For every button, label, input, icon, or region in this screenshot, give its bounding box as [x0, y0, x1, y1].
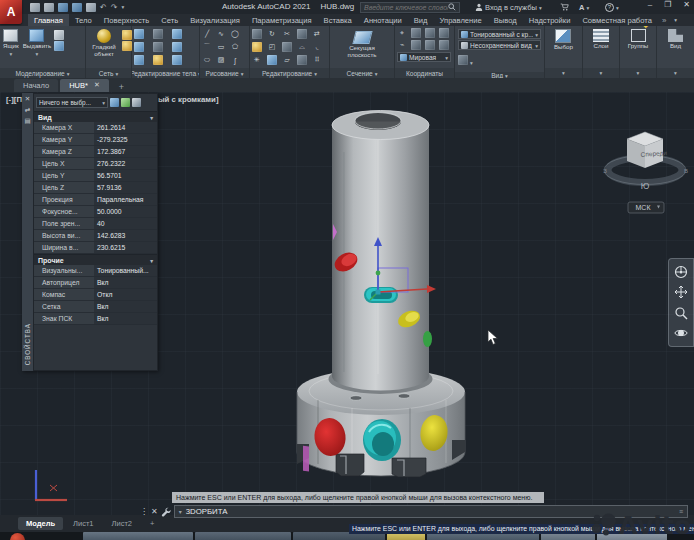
mirror-icon[interactable]: ⇄ [312, 29, 322, 39]
ribbon-collapse-icon[interactable] [670, 14, 681, 26]
interfere-icon[interactable] [172, 42, 182, 52]
taper-faces-icon[interactable] [153, 55, 163, 65]
panel-label-modify[interactable]: Редактирование [250, 68, 329, 78]
tab-collaborate[interactable]: Совместная работа [576, 14, 657, 26]
new-file-icon[interactable] [30, 3, 40, 12]
prop-row[interactable]: Знак ПСКВкл [34, 313, 157, 325]
app-store-cart-button[interactable] [560, 3, 569, 11]
smooth-less-icon[interactable] [122, 41, 132, 51]
viewport-config-icon[interactable] [458, 55, 468, 65]
copy-icon[interactable] [297, 29, 307, 39]
tab-annotate[interactable]: Аннотации [358, 14, 408, 26]
union-icon[interactable] [134, 29, 144, 39]
ucs-view-icon[interactable] [425, 40, 435, 50]
ucs-face-icon[interactable] [411, 40, 421, 50]
prop-row[interactable]: АвтоприцелВкл [34, 277, 157, 289]
file-tab-start[interactable]: Начало [14, 79, 58, 92]
prop-row[interactable]: Цель X276.2322 [34, 158, 157, 170]
fillet-edge-icon[interactable] [134, 55, 144, 65]
palette-autohide-icon[interactable]: ⇄ [22, 106, 33, 114]
panel-label-coordinates[interactable]: Координаты [395, 68, 454, 78]
section-plane-button[interactable]: Секущая плоскость [339, 28, 385, 60]
prop-row[interactable]: Фокусное...50.0000 [34, 206, 157, 218]
pan-icon[interactable] [674, 285, 688, 299]
save-icon[interactable] [58, 3, 68, 12]
spline-icon[interactable]: ʃ [230, 55, 240, 65]
command-grip-icon[interactable]: ⋮ [140, 507, 148, 517]
help-menu-button[interactable]: ? [605, 3, 619, 12]
plot-icon[interactable] [86, 3, 96, 12]
tab-home[interactable]: Главная [28, 14, 69, 26]
gizmo-icon[interactable] [297, 55, 307, 65]
restore-button[interactable]: ❐ [664, 0, 671, 9]
compass-west-label[interactable]: З [603, 168, 607, 174]
prop-row[interactable]: Высота ви...142.6283 [34, 230, 157, 242]
prop-row[interactable]: Ширина в...230.6215 [34, 242, 157, 254]
erase-icon[interactable]: ▱ [282, 55, 292, 65]
layers-button[interactable]: Слои [592, 28, 610, 51]
selection-button[interactable]: Выбор [553, 28, 574, 52]
redo-icon[interactable]: ↷ [111, 3, 118, 12]
box-button[interactable]: Ящик [2, 28, 20, 59]
command-customize-wrench-icon[interactable] [161, 507, 171, 517]
ellipse-icon[interactable]: ⬭ [202, 55, 212, 65]
fillet-icon[interactable]: ◟ [312, 42, 322, 52]
ucs-object-icon[interactable] [439, 40, 449, 50]
slice-icon[interactable] [134, 42, 144, 52]
ucs-origin-icon[interactable] [425, 28, 435, 38]
close-button[interactable]: ✕ [683, 0, 690, 9]
prop-row[interactable]: Цель Y56.5701 [34, 170, 157, 182]
status-red-icon[interactable] [10, 533, 25, 540]
panel-label-view-tools[interactable] [657, 68, 694, 78]
polyline-icon[interactable]: ∿ [216, 29, 226, 39]
ucs-z-axis-icon[interactable] [439, 28, 449, 38]
recent-commands-icon[interactable]: ▾ [179, 508, 182, 515]
tab-view[interactable]: Вид [408, 14, 434, 26]
prop-row[interactable]: Камера Y-279.2325 [34, 134, 157, 146]
move-icon[interactable] [252, 29, 262, 39]
file-tab-hub[interactable]: HUB*✕ [60, 79, 109, 92]
toggle-pickadd-icon[interactable] [110, 98, 119, 107]
explode-icon[interactable]: ✳ [252, 55, 262, 65]
search-input[interactable] [364, 4, 448, 11]
layout-tab-sheet1[interactable]: Лист1 [65, 517, 101, 530]
viewcube-front-label[interactable]: Спереди [640, 149, 667, 159]
status-button[interactable] [83, 532, 193, 540]
layout-tab-model[interactable]: Модель [18, 517, 63, 530]
autodesk-account-button[interactable]: A [579, 3, 589, 12]
tab-addins[interactable]: Надстройки [523, 14, 577, 26]
steering-wheel-icon[interactable] [674, 265, 688, 279]
layout-tab-add-button[interactable]: + [142, 517, 162, 530]
scale-icon[interactable]: ◰ [267, 42, 277, 52]
file-tab-close-icon[interactable]: ✕ [94, 81, 100, 89]
zoom-icon[interactable] [674, 306, 688, 320]
command-close-icon[interactable]: ✕ [151, 507, 158, 517]
search-icon[interactable] [448, 3, 456, 11]
ucs-icon[interactable]: ⌖ [397, 28, 407, 38]
panel-label-mesh[interactable]: Сеть [86, 68, 131, 78]
groups-button[interactable]: Группы [627, 28, 650, 51]
polygon-icon[interactable]: ⬠ [230, 42, 240, 52]
panel-label-solid-editing[interactable]: Редактирование тела [132, 68, 199, 78]
hatch-icon[interactable]: ▨ [216, 55, 226, 65]
view-tools-button[interactable]: Вид [667, 28, 684, 51]
autocad-app-menu-icon[interactable]: A [0, 0, 22, 24]
align-icon[interactable] [267, 55, 277, 65]
ucs-world-icon[interactable] [411, 28, 421, 38]
panel-label-draw[interactable]: Рисование [200, 68, 249, 78]
array-icon[interactable] [282, 42, 292, 52]
smooth-object-button[interactable]: Гладкий объект [88, 28, 120, 59]
extrude-button[interactable]: Выдавить [22, 28, 52, 59]
panel-label-layers[interactable] [583, 68, 619, 78]
sign-in-button[interactable]: Вход в службы [475, 3, 542, 12]
named-view-combo[interactable]: Несохраненный вид [458, 40, 541, 50]
undo-icon[interactable]: ↶ [100, 3, 107, 12]
new-drawing-tab-button[interactable]: + [115, 82, 128, 92]
tab-output[interactable]: Вывод [488, 14, 523, 26]
compass-east-label[interactable]: В [684, 168, 688, 174]
prop-row[interactable]: КомпасОткл [34, 289, 157, 301]
subtract-icon[interactable] [153, 29, 163, 39]
layout-tab-sheet2[interactable]: Лист2 [104, 517, 140, 530]
navigation-bar[interactable] [668, 258, 694, 347]
line-icon[interactable]: ╱ [202, 29, 212, 39]
